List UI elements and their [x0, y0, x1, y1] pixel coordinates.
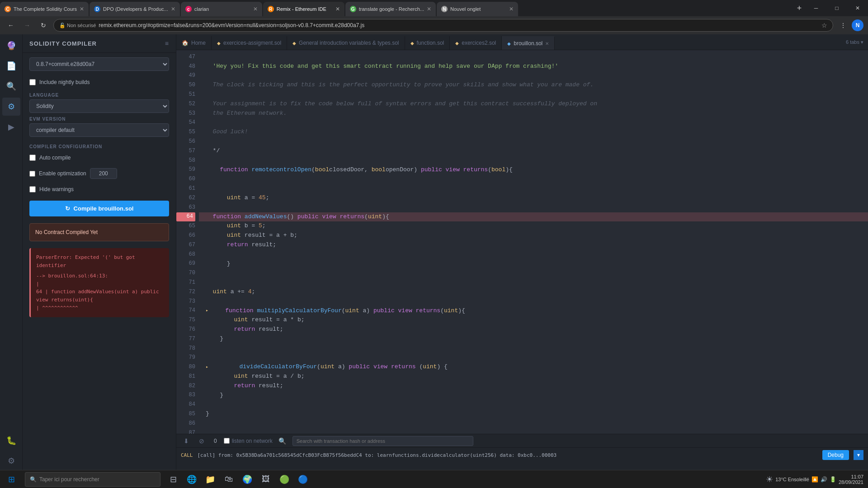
compiler-panel-toggle-icon[interactable]: ≡: [165, 40, 169, 47]
error-line-4: 64 | function addNewValues(uint a) publi…: [36, 288, 164, 304]
photos-icon[interactable]: 🖼: [258, 471, 274, 488]
code-line-64: function addNewValues() public view retu…: [199, 212, 868, 222]
tab-title-tab4: Remix - Ethereum IDE: [277, 6, 333, 12]
code-token: function: [206, 212, 245, 222]
code-token: a: [276, 231, 283, 240]
debug-button[interactable]: Debug: [822, 450, 849, 460]
code-token: (: [311, 165, 315, 175]
profile-button[interactable]: N: [852, 19, 863, 31]
battery-icon[interactable]: 🔋: [830, 476, 836, 483]
error-line-3: |: [36, 280, 164, 288]
extra-icon2[interactable]: 🔵: [295, 471, 311, 488]
extra-icon[interactable]: 🟢: [276, 471, 292, 488]
store-icon[interactable]: 🛍: [221, 471, 237, 488]
sidebar-icon-file-explorer[interactable]: 📄: [2, 57, 20, 75]
code-content[interactable]: 'Hey you! Fix this code and get this sma…: [199, 50, 868, 434]
sidebar-icon-debug[interactable]: 🐛: [2, 432, 20, 450]
tab-close-tab3[interactable]: ✕: [253, 6, 258, 12]
network-icon[interactable]: 🔼: [811, 476, 818, 483]
debug-expand-button[interactable]: ▾: [854, 450, 863, 460]
evm-version-select[interactable]: compiler default: [29, 123, 169, 137]
taskbar-right: ☀ 13°C Ensoleillé 🔼 🔊 🔋 11:07 28/09/2021: [766, 474, 868, 485]
browser-tab-tab4[interactable]: R Remix - Ethereum IDE ✕: [263, 2, 344, 16]
editor-tab-brouillon[interactable]: ◆ brouillon.sol ✕: [502, 36, 555, 50]
code-line-71: [199, 278, 868, 287]
clear-console-button[interactable]: ⬇: [181, 436, 192, 446]
maximize-button[interactable]: □: [826, 0, 847, 16]
compile-button[interactable]: ↻ Compile brouillon.sol: [29, 201, 169, 216]
enable-optimization-checkbox[interactable]: [29, 171, 35, 177]
browser-tab-tab3[interactable]: c clarian ✕: [181, 2, 262, 16]
editor-tab-function[interactable]: ◆ function.sol: [405, 36, 450, 50]
browser-icon2[interactable]: 🌍: [239, 471, 255, 488]
hide-warnings-checkbox[interactable]: [29, 186, 36, 192]
edge-icon[interactable]: 🌐: [184, 471, 200, 488]
sidebar-icon-settings[interactable]: ⚙: [2, 452, 20, 470]
browser-tab-tab2[interactable]: D DPO (Developers & Produc... ✕: [90, 2, 180, 16]
start-button[interactable]: ⊞: [0, 470, 23, 488]
code-token: remotecontrolOpen: [251, 165, 311, 175]
editor-tabs-count[interactable]: 6 tabs ▾: [841, 39, 868, 45]
code-line-56: [199, 137, 868, 146]
browser-tab-tab6[interactable]: N Nouvel onglet ✕: [437, 2, 518, 16]
language-select[interactable]: Solidity: [29, 99, 169, 113]
code-token: }: [206, 391, 223, 400]
line-num-53: 53: [176, 109, 195, 118]
tab-favicon-tab6: N: [441, 6, 448, 12]
browser-tab-tab1[interactable]: C The Complete Solidity Cours ✕: [0, 2, 89, 16]
minimize-button[interactable]: ─: [806, 0, 826, 16]
listen-network-checkbox[interactable]: [224, 438, 230, 444]
search-console-icon[interactable]: 🔍: [277, 436, 288, 446]
browser-tab-tab5[interactable]: G translate google - Recherch... ✕: [345, 2, 436, 16]
bookmark-icon[interactable]: ☆: [821, 22, 827, 29]
sidebar-icon-deploy[interactable]: ▶: [2, 118, 20, 136]
auto-compile-checkbox[interactable]: [29, 155, 36, 161]
line-num-85: 85: [176, 409, 195, 419]
tab-close-tab1[interactable]: ✕: [80, 6, 84, 12]
code-token: bool: [315, 165, 329, 175]
time-display: 11:07: [839, 474, 863, 479]
tab-favicon-tab3: c: [185, 6, 192, 12]
task-view-button[interactable]: ⊟: [165, 471, 181, 488]
tab-close-tab4[interactable]: ✕: [335, 6, 340, 12]
volume-icon[interactable]: 🔊: [821, 476, 827, 483]
reload-button[interactable]: ↻: [37, 19, 50, 32]
tab-title-tab6: Nouvel onglet: [450, 6, 506, 12]
explorer-icon[interactable]: 📁: [202, 471, 218, 488]
code-line-60: [199, 174, 868, 184]
sidebar-icon-compiler[interactable]: ⚙: [2, 98, 20, 116]
taskbar-search[interactable]: 🔍 Taper ici pour rechercher: [25, 472, 160, 487]
code-token: 45: [259, 193, 266, 203]
editor-tab-exercices2[interactable]: ◆ exercices2.sol: [450, 36, 502, 50]
editor-tab-exercices-assigment[interactable]: ◆ exercices-assigment.sol: [212, 36, 287, 50]
tab-close-tab2[interactable]: ✕: [171, 6, 175, 12]
back-button[interactable]: ←: [5, 19, 17, 32]
address-input[interactable]: 🔓 Non sécurisé remix.ethereum.org/#optim…: [53, 19, 833, 32]
extensions-button[interactable]: ⋮: [837, 19, 849, 32]
line-num-78: 78: [176, 344, 195, 353]
optimization-runs-input[interactable]: [90, 168, 117, 179]
code-line-54: [199, 118, 868, 128]
code-line-75: uint result = a * b;: [199, 315, 868, 325]
new-tab-button[interactable]: +: [793, 2, 806, 14]
code-token: uint: [227, 231, 245, 240]
code-token: return: [227, 240, 252, 250]
compiler-version-select[interactable]: 0.8.7+commit.e28d00a7: [29, 57, 169, 71]
tab-close-brouillon[interactable]: ✕: [545, 41, 549, 46]
tab-favicon-tab4: R: [268, 6, 274, 12]
code-token: ;: [280, 381, 283, 391]
forward-button[interactable]: →: [21, 19, 33, 32]
stop-button[interactable]: ⊘: [196, 436, 207, 446]
close-button[interactable]: ✕: [847, 0, 868, 16]
editor-tab-general-intro[interactable]: ◆ General introduction variables & types…: [287, 36, 405, 50]
include-nightly-checkbox[interactable]: [29, 79, 36, 85]
code-token: [206, 325, 234, 334]
line-num-71: 71: [176, 278, 195, 287]
editor-tab-home[interactable]: 🏠 Home: [176, 36, 212, 50]
line-num-66: 66: [176, 231, 195, 240]
tab-close-tab6[interactable]: ✕: [509, 6, 514, 12]
tab-close-tab5[interactable]: ✕: [427, 6, 431, 12]
console-search-input[interactable]: [292, 436, 473, 446]
sidebar-icon-remix-logo[interactable]: 🔮: [2, 37, 20, 55]
sidebar-icon-search[interactable]: 🔍: [2, 77, 20, 95]
